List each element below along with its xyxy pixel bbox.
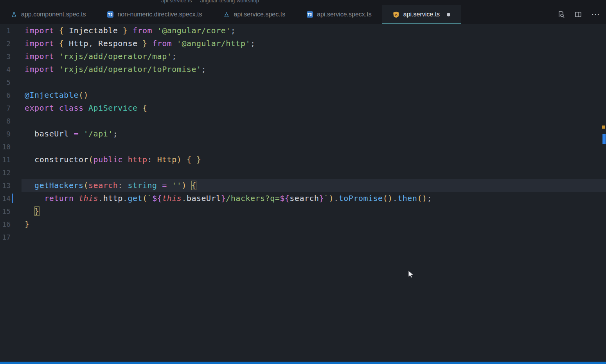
code-token: import <box>25 39 54 48</box>
code-token: ; <box>201 65 207 74</box>
code-line[interactable]: @Injectable() <box>22 89 606 102</box>
tab-api-service-ts[interactable]: A api.service.ts <box>382 5 461 24</box>
code-line[interactable] <box>22 115 606 127</box>
code-token: , <box>88 39 94 48</box>
typescript-icon: TS <box>306 11 313 18</box>
tab-app-component-spec-ts[interactable]: app.component.spec.ts <box>0 5 96 24</box>
angular-icon: A <box>393 11 399 18</box>
code-token <box>137 103 142 113</box>
code-token: string <box>128 181 157 190</box>
code-token <box>191 155 196 164</box>
tab-api-service-spec-ts[interactable]: api.service.spec.ts <box>213 5 296 24</box>
code-token: class <box>59 103 84 113</box>
more-actions-icon: ⋯ <box>591 10 600 19</box>
code-token <box>54 52 59 61</box>
code-line[interactable] <box>22 76 606 89</box>
code-token <box>152 155 157 164</box>
code-token: ` <box>324 194 329 203</box>
code-token: baseUrl <box>187 194 221 203</box>
code-token <box>157 181 162 190</box>
tab-api-service-specx-ts[interactable]: TS api.service.specx.ts <box>296 5 382 24</box>
code-token: export <box>25 103 54 113</box>
code-token: '/api' <box>84 129 113 138</box>
code-token: ( <box>88 155 94 164</box>
code-token <box>147 39 153 48</box>
code-token: ( <box>142 194 147 203</box>
code-token: then <box>397 194 417 203</box>
line-number[interactable]: 10 <box>0 140 22 153</box>
code-token: } <box>34 206 40 216</box>
code-line[interactable]: } <box>22 205 606 218</box>
line-number[interactable]: 3 <box>0 50 22 63</box>
line-number[interactable]: 7 <box>0 102 22 115</box>
code-token: . <box>393 194 398 203</box>
code-token: : <box>118 181 123 190</box>
search-file-button[interactable] <box>555 9 567 20</box>
gutter: 1234567891011121314151617 <box>0 24 22 362</box>
code-token <box>25 206 34 216</box>
line-number[interactable]: 2 <box>0 37 22 50</box>
window-title: api.service.ts — angular-testing-worksho… <box>161 0 259 4</box>
code-line[interactable]: constructor(public http: Http) { } <box>22 153 606 166</box>
code-line[interactable] <box>22 231 606 244</box>
code-line[interactable] <box>22 140 606 153</box>
line-number[interactable]: 15 <box>0 205 22 218</box>
split-editor-button[interactable] <box>572 9 584 20</box>
line-number[interactable]: 13 <box>0 179 22 192</box>
line-number[interactable]: 17 <box>0 231 22 244</box>
line-number[interactable]: 6 <box>0 89 22 102</box>
code-token: ApiService <box>88 103 137 113</box>
line-number[interactable]: 11 <box>0 153 22 166</box>
code-token: '' <box>172 181 182 190</box>
code-token <box>84 103 89 113</box>
line-number[interactable]: 9 <box>0 127 22 140</box>
code-token: import <box>25 65 54 74</box>
code-token: baseUrl <box>34 129 69 138</box>
code-token: Injectable <box>64 26 123 35</box>
code-line[interactable]: return this.http.get(`${this.baseUrl}/ha… <box>22 192 606 205</box>
line-number[interactable]: 12 <box>0 166 22 179</box>
line-number[interactable]: 5 <box>0 76 22 89</box>
code-token <box>152 26 157 35</box>
more-actions-button[interactable]: ⋯ <box>590 9 601 20</box>
overview-ruler-cursor-mark <box>602 134 606 144</box>
code-token: public <box>94 155 123 164</box>
code-token: { <box>59 39 64 48</box>
code-line[interactable]: baseUrl = '/api'; <box>22 127 606 140</box>
code-token: ; <box>113 129 118 138</box>
code-token <box>187 181 192 190</box>
line-number[interactable]: 14 <box>0 192 22 205</box>
editor[interactable]: 1234567891011121314151617 import { Injec… <box>0 24 606 362</box>
code-line[interactable]: import 'rxjs/add/operator/map'; <box>22 50 606 63</box>
code-token: Http <box>157 155 177 164</box>
code-token <box>123 155 128 164</box>
code-token: getHackers <box>34 181 83 190</box>
code-token: @Injectable <box>25 90 79 100</box>
line-number[interactable]: 4 <box>0 63 22 76</box>
code-token: ; <box>250 39 255 48</box>
tab-label: api.service.ts <box>403 11 440 18</box>
code-token: { <box>191 181 196 190</box>
code-line[interactable]: } <box>22 218 606 231</box>
code-token: ` <box>147 194 153 203</box>
code-token <box>182 155 187 164</box>
code-token <box>123 181 128 190</box>
code-token: get <box>128 194 142 203</box>
line-number[interactable]: 8 <box>0 115 22 127</box>
code-token: ${ <box>280 194 290 203</box>
code-line[interactable]: import { Injectable } from '@angular/cor… <box>22 24 606 37</box>
tab-non-numeric-directive-specx-ts[interactable]: TS non-numeric.directive.specx.ts <box>96 5 212 24</box>
code-token: '@angular/core' <box>157 26 231 35</box>
overview-ruler-modified-mark <box>602 126 605 129</box>
line-number[interactable]: 1 <box>0 24 22 37</box>
code-token: ) <box>177 155 182 164</box>
code-line[interactable] <box>22 166 606 179</box>
code-line[interactable]: export class ApiService { <box>22 102 606 115</box>
code-line[interactable]: import 'rxjs/add/operator/toPromise'; <box>22 63 606 76</box>
code-line[interactable]: getHackers(search: string = '') { <box>22 179 606 192</box>
line-number[interactable]: 16 <box>0 218 22 231</box>
code-token: ) <box>182 181 187 190</box>
code-token: return <box>44 194 74 203</box>
code-line[interactable]: import { Http, Response } from '@angular… <box>22 37 606 50</box>
code-token: } <box>25 219 30 229</box>
